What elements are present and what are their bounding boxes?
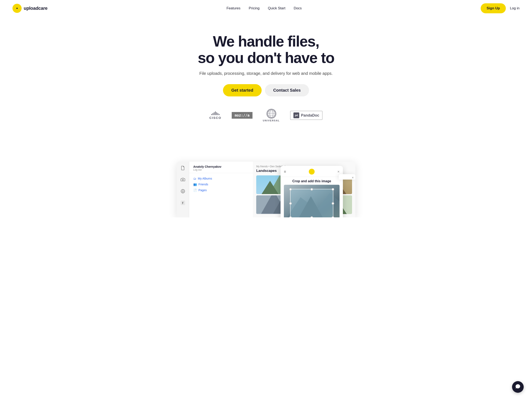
nav-docs[interactable]: Docs [294, 6, 302, 10]
svg-point-6 [182, 179, 184, 180]
sidebar-icon-facebook[interactable] [179, 199, 187, 207]
crop-modal-title: Crop and add this image [280, 177, 343, 185]
mozilla-logo: moz://a [232, 112, 253, 119]
hero-title: We handle files, so you don't have to [198, 33, 334, 66]
hero-buttons: Get started Contact Sales [223, 84, 309, 96]
crop-handle-left[interactable] [289, 202, 292, 205]
universal-circle [267, 109, 276, 119]
logout-link[interactable]: Log out [193, 168, 249, 171]
file-sidebar [177, 162, 189, 217]
nav-actions: Sign Up Log in [481, 3, 519, 13]
crop-handle-top-right[interactable] [332, 188, 334, 190]
navbar: uploadcare Features Pricing Quick Start … [0, 0, 532, 17]
demo-window: Anatoly Chernyakov Log out 🗂 My Albums 👥… [177, 162, 355, 217]
nav-links: Features Pricing Quick Start Docs [227, 6, 302, 10]
pandadoc-icon: pd [293, 112, 299, 118]
file-albums: 🗂 My Albums 👥 Friends 📄 Pages [189, 173, 253, 196]
crop-handle-top-left[interactable] [289, 188, 292, 190]
sidebar-icon-camera[interactable] [179, 176, 187, 183]
login-button[interactable]: Log in [510, 6, 519, 10]
side-panel: × [339, 174, 355, 180]
mozilla-text: moz://a [232, 112, 253, 119]
universal-text: UNIVERSAL [263, 119, 280, 122]
get-started-button[interactable]: Get started [223, 84, 262, 96]
side-panel-close-button[interactable]: × [339, 174, 355, 180]
crop-modal-dot [309, 169, 315, 175]
crop-modal: ≡ × Crop and add this image [280, 166, 343, 217]
cisco-logo: CISCO [209, 111, 222, 120]
svg-point-0 [16, 8, 18, 9]
user-name: Anatoly Chernyakov [193, 165, 249, 168]
sidebar-icon-globe[interactable] [179, 187, 187, 195]
pages-link[interactable]: 📄 Pages [193, 187, 249, 193]
crop-handle-right[interactable] [332, 202, 334, 205]
logo-text: uploadcare [24, 6, 47, 11]
pandadoc-text: PandaDoc [301, 113, 319, 118]
nav-features[interactable]: Features [227, 6, 241, 10]
hero-subtitle: File uploads, processing, storage, and d… [199, 71, 332, 76]
crop-image-area [284, 185, 340, 217]
my-albums-link[interactable]: 🗂 My Albums [193, 176, 249, 181]
crop-overlay[interactable] [290, 189, 333, 217]
nav-pricing[interactable]: Pricing [249, 6, 260, 10]
customer-logos: CISCO moz://a UNIVERSAL [209, 109, 323, 122]
file-manager-main: Anatoly Chernyakov Log out 🗂 My Albums 👥… [189, 162, 253, 217]
crop-handle-top[interactable] [310, 188, 313, 190]
crop-modal-header: ≡ × [280, 166, 343, 177]
crop-handle-bottom-left[interactable] [289, 216, 292, 217]
file-header: Anatoly Chernyakov Log out [189, 162, 253, 173]
crop-modal-close-button[interactable]: × [337, 170, 340, 174]
signup-button[interactable]: Sign Up [481, 3, 506, 13]
crop-handle-bottom[interactable] [310, 216, 313, 217]
hero-section: We handle files, so you don't have to Fi… [0, 17, 532, 147]
pandadoc-logo: pd PandaDoc [290, 111, 323, 120]
crop-handle-bottom-right[interactable] [332, 216, 334, 217]
contact-sales-button[interactable]: Contact Sales [265, 84, 309, 96]
friends-link[interactable]: 👥 Friends [193, 181, 249, 187]
sidebar-icon-file[interactable] [179, 164, 187, 172]
logo-icon [13, 4, 22, 13]
logo-link[interactable]: uploadcare [13, 4, 47, 13]
demo-section: Anatoly Chernyakov Log out 🗂 My Albums 👥… [0, 147, 532, 217]
nav-quickstart[interactable]: Quick Start [268, 6, 285, 10]
crop-modal-menu-icon[interactable]: ≡ [284, 170, 286, 174]
cisco-text: CISCO [209, 116, 222, 120]
universal-logo: UNIVERSAL [263, 109, 280, 122]
